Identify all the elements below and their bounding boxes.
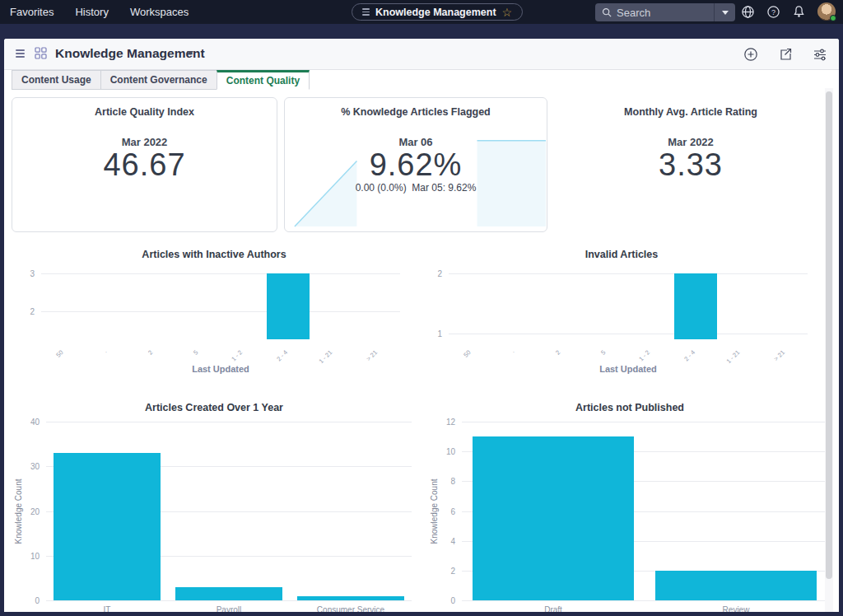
gridline (449, 273, 808, 274)
chart-articles-not-published[interactable]: Articles not Published121086420DraftRevi… (424, 399, 836, 612)
scorecard-period: Mar 06 (285, 136, 547, 148)
globe-icon[interactable] (741, 5, 755, 19)
x-category-label: 50 (54, 348, 64, 358)
y-tick-label: 0 (8, 596, 40, 605)
x-category-label: 2 (554, 348, 561, 356)
chevron-down-icon (722, 11, 729, 15)
x-category-label: · (510, 348, 517, 355)
y-tick-label: 3 (16, 269, 35, 278)
gridline (41, 311, 400, 312)
gridline (462, 600, 827, 601)
gridline (462, 422, 827, 422)
share-export-icon[interactable] (778, 47, 793, 62)
nav-history[interactable]: History (75, 6, 108, 18)
x-category-label: 1 - 21 (725, 348, 742, 365)
scorecard-period: Mar 2022 (555, 136, 827, 148)
tab-content-quality[interactable]: Content Quality (217, 70, 310, 90)
gridline (46, 422, 412, 422)
x-category-label: 1 - 2 (637, 348, 651, 362)
y-axis-title: Knowledge Count (14, 478, 23, 544)
scorecard-period: Mar 2022 (12, 136, 277, 148)
bar[interactable] (297, 596, 404, 600)
x-category-label: Payroll (179, 605, 278, 612)
scorecard-value: 3.33 (555, 148, 827, 182)
y-tick-label: 2 (424, 269, 442, 278)
scorecard-value: 9.62% (285, 148, 547, 182)
scorecard-metric: Mar 06 9.62% 0.00 (0.0%) Mar 05: 9.62% (285, 136, 547, 194)
bar[interactable] (674, 273, 717, 339)
gridline (46, 600, 412, 601)
scorecard-delta: 0.00 (0.0%) Mar 05: 9.62% (285, 182, 547, 194)
search-scope-dropdown[interactable] (714, 3, 735, 21)
dashboard-grid-icon[interactable] (35, 47, 47, 59)
search-placeholder: Search (617, 7, 714, 19)
bar[interactable] (473, 436, 633, 600)
x-axis-title: Last Updated (449, 364, 808, 374)
bar[interactable] (175, 587, 282, 600)
x-category-label: 2 - 4 (275, 348, 289, 362)
bar[interactable] (267, 273, 310, 339)
vertical-scrollbar-thumb[interactable] (826, 91, 832, 579)
chart-articles-with-inactive-authors[interactable]: Articles with Inactive Authors3250·251 -… (16, 245, 412, 379)
scorecard-monthly-avg-article-rating[interactable]: Monthly Avg. Article Rating Mar 2022 3.3… (554, 97, 827, 232)
y-axis-title: Knowledge Count (430, 478, 439, 544)
x-category-label: > 21 (365, 348, 379, 362)
context-pill-label: Knowledge Management (375, 7, 496, 18)
star-icon[interactable]: ☆ (502, 7, 513, 18)
y-tick-label: 40 (8, 418, 40, 427)
tab-content-usage[interactable]: Content Usage (12, 70, 101, 90)
filter-sliders-icon[interactable] (813, 47, 827, 62)
scorecard-knowledge-articles-flagged[interactable]: % Knowledge Articles Flagged Mar 06 9.62… (284, 97, 547, 232)
chart-title: Invalid Articles (424, 249, 819, 260)
dashboard-tabs: Content Usage Content Governance Content… (12, 70, 309, 90)
dashboard-title[interactable]: Knowledge Management (55, 46, 205, 61)
search-input[interactable]: Search (595, 3, 735, 21)
chart-articles-created-over-1-year[interactable]: Articles Created Over 1 Year403020100ITP… (8, 399, 420, 612)
scorecard-value: 46.67 (12, 148, 277, 182)
add-widget-icon[interactable] (743, 47, 758, 62)
scorecard-title: Monthly Avg. Article Rating (555, 106, 827, 118)
x-category-label: 50 (462, 348, 472, 358)
user-avatar[interactable] (817, 2, 836, 21)
tab-content-governance[interactable]: Content Governance (100, 70, 217, 90)
context-pill[interactable]: Knowledge Management ☆ (352, 3, 523, 21)
x-category-label: > 21 (772, 348, 786, 362)
x-category-label: 5 (599, 348, 607, 356)
nav-workspaces[interactable]: Workspaces (130, 6, 189, 18)
scorecard-metric: Mar 2022 3.33 (555, 136, 827, 182)
y-tick-label: 10 (424, 447, 455, 456)
gridline (41, 273, 400, 274)
y-tick-label: 1 (424, 329, 442, 338)
y-tick-label: 2 (16, 306, 35, 315)
x-category-label: Review (687, 605, 785, 612)
bar[interactable] (655, 571, 816, 600)
x-category-label: · (103, 348, 109, 355)
list-icon (362, 8, 370, 16)
chart-invalid-articles[interactable]: Invalid Articles2150·251 - 22 - 41 - 21>… (424, 245, 819, 379)
top-nav-bar: Favorites History Workspaces Knowledge M… (0, 0, 843, 24)
bar[interactable] (54, 453, 161, 600)
y-tick-label: 12 (424, 418, 455, 427)
y-tick-label: 2 (424, 566, 455, 575)
gridline (449, 334, 808, 334)
presence-status-dot (830, 15, 836, 21)
dashboard-header: Knowledge Management (4, 39, 839, 70)
x-axis-title: Last Updated (41, 364, 400, 374)
scorecard-title: Article Quality Index (12, 106, 277, 118)
notifications-bell-icon[interactable] (792, 5, 806, 19)
scorecard-article-quality-index[interactable]: Article Quality Index Mar 2022 46.67 (12, 97, 277, 232)
x-category-label: Draft (504, 605, 603, 612)
nav-favorites[interactable]: Favorites (10, 6, 54, 18)
global-nav: Favorites History Workspaces (10, 0, 189, 24)
x-category-label: 2 (147, 348, 154, 356)
y-tick-label: 0 (424, 596, 455, 605)
x-category-label: 1 - 2 (230, 348, 244, 362)
chart-title: Articles not Published (424, 402, 836, 413)
scorecard-title: % Knowledge Articles Flagged (285, 106, 547, 118)
help-icon[interactable]: ? (766, 5, 780, 19)
dashboard-title-caret-icon[interactable] (187, 51, 193, 55)
scorecard-metric: Mar 2022 46.67 (12, 136, 277, 182)
chart-title: Articles Created Over 1 Year (8, 402, 420, 413)
hamburger-menu-icon[interactable] (16, 49, 25, 58)
x-category-label: 5 (192, 348, 199, 356)
